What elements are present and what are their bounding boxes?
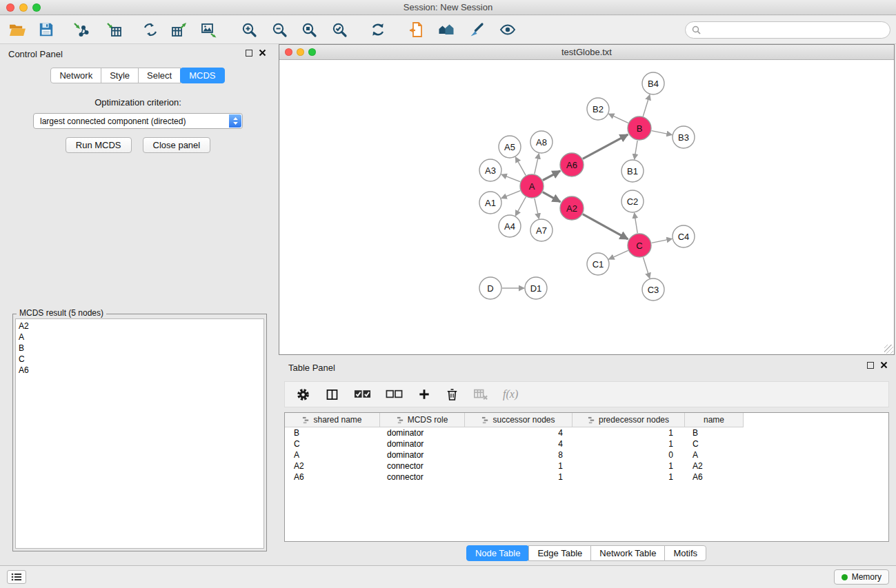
column-header-name[interactable]: name <box>685 413 744 427</box>
trash-icon[interactable] <box>446 388 459 401</box>
tab-network[interactable]: Network <box>50 68 101 83</box>
table-cell: 1 <box>573 472 685 482</box>
zoom-button[interactable] <box>32 3 41 12</box>
control-panel: Control Panel Network Style Select MCDS … <box>3 45 273 564</box>
save-session-icon[interactable] <box>37 21 55 39</box>
table-cell: dominator <box>380 450 465 460</box>
column-header-shared-name[interactable]: shared name <box>285 413 380 427</box>
zoom-in-icon[interactable] <box>240 21 258 39</box>
table-cell: 0 <box>573 450 685 460</box>
criterion-select[interactable]: largest connected component (directed) <box>33 113 243 129</box>
column-header-mcds-role[interactable]: MCDS role <box>380 413 465 427</box>
resize-grip[interactable] <box>884 345 893 354</box>
network-canvas[interactable]: AA1A2A3A4A5A6A7A8BB1B2B3B4CC1C2C3C4DD1 <box>279 60 894 354</box>
float-panel-icon[interactable] <box>246 50 252 57</box>
graph-edge-C-C3[interactable] <box>643 257 650 278</box>
select-all-icon[interactable] <box>354 389 371 400</box>
zoom-selected-icon[interactable] <box>330 21 348 39</box>
network-close-button[interactable] <box>285 48 292 56</box>
table-row[interactable]: Bdominator41B <box>285 427 888 438</box>
float-table-panel-icon[interactable] <box>867 362 874 369</box>
export-image-icon[interactable] <box>200 21 218 39</box>
graph-edge-C-C1[interactable] <box>609 250 628 259</box>
graph-edge-A-A2[interactable] <box>543 192 561 202</box>
network-traffic-lights <box>285 48 316 56</box>
column-header-successor-nodes[interactable]: successor nodes <box>465 413 573 427</box>
tab-node-table[interactable]: Node Table <box>466 545 530 561</box>
zoom-fit-icon[interactable] <box>300 21 318 39</box>
minimize-button[interactable] <box>19 3 28 12</box>
gear-icon[interactable] <box>296 387 310 402</box>
mcds-result-item[interactable]: C <box>19 354 263 365</box>
graph-edge-B-B3[interactable] <box>652 131 673 135</box>
mcds-result-item[interactable]: A <box>19 332 263 343</box>
graph-edge-A-A5[interactable] <box>515 157 526 175</box>
graph-edge-A-A7[interactable] <box>535 199 539 219</box>
column-header-predecessor-nodes[interactable]: predecessor nodes <box>573 413 685 427</box>
control-panel-title: Control Panel <box>8 49 63 59</box>
home-icon[interactable] <box>437 21 455 39</box>
run-mcds-button[interactable]: Run MCDS <box>66 137 132 153</box>
table-cell: A2 <box>285 461 380 471</box>
close-panel-button[interactable]: Close panel <box>143 137 211 153</box>
deselect-all-icon[interactable] <box>386 389 403 400</box>
show-hide-icon[interactable] <box>499 21 517 39</box>
memory-button[interactable]: Memory <box>834 569 889 585</box>
task-history-button[interactable] <box>7 570 26 584</box>
table-cell: A <box>685 450 744 460</box>
import-network-file-icon[interactable] <box>72 21 90 39</box>
table-cell: B <box>285 428 380 438</box>
graph-node-label: C1 <box>593 259 604 270</box>
table-row[interactable]: A6connector11A6 <box>285 472 888 483</box>
network-zoom-button[interactable] <box>308 48 316 56</box>
mcds-result-box: MCDS result (5 nodes) A2ABCA6 <box>12 314 267 551</box>
import-table-file-icon[interactable] <box>105 21 123 39</box>
graph-edge-A-A4[interactable] <box>515 197 526 216</box>
close-table-panel-icon[interactable] <box>880 361 888 369</box>
search-input[interactable] <box>701 23 890 37</box>
copy-view-icon[interactable] <box>408 21 426 39</box>
search-box[interactable] <box>685 21 890 39</box>
graph-node-label: B3 <box>678 132 689 143</box>
network-minimize-button[interactable] <box>297 48 304 56</box>
graph-edge-B-B1[interactable] <box>635 141 637 159</box>
tab-edge-table[interactable]: Edge Table <box>528 545 591 561</box>
graph-edge-C-C2[interactable] <box>635 213 638 233</box>
graph-edge-C-C4[interactable] <box>652 239 673 243</box>
network-window-titlebar: testGlobe.txt <box>279 45 894 60</box>
export-table-icon[interactable] <box>170 21 188 39</box>
table-panel: Table Panel <box>279 358 895 565</box>
tab-select[interactable]: Select <box>138 68 181 83</box>
apply-preferred-layout-icon[interactable] <box>369 21 387 39</box>
function-builder-icon[interactable]: f(x) <box>503 388 518 401</box>
graph-edge-A-A6[interactable] <box>543 171 560 181</box>
graph-edge-B-B4[interactable] <box>643 94 650 116</box>
graph-edge-A6-B[interactable] <box>583 134 628 159</box>
graph-edge-A2-C[interactable] <box>583 214 628 239</box>
close-panel-icon[interactable] <box>259 49 266 57</box>
mcds-result-item[interactable]: A2 <box>19 321 263 332</box>
graph-edge-A-A1[interactable] <box>501 191 521 199</box>
column-icon[interactable] <box>325 387 339 402</box>
table-row[interactable]: A2connector11A2 <box>285 460 888 472</box>
mcds-result-item[interactable]: B <box>19 343 263 354</box>
mcds-result-list[interactable]: A2ABCA6 <box>15 318 264 549</box>
export-network-icon[interactable] <box>141 21 159 39</box>
add-icon[interactable] <box>417 387 431 401</box>
style-brush-icon[interactable] <box>468 21 486 39</box>
column-type-icon <box>397 416 404 424</box>
graph-edge-A-A3[interactable] <box>501 174 520 181</box>
table-row[interactable]: Adominator80A <box>285 449 888 460</box>
mcds-result-item[interactable]: A6 <box>19 365 263 376</box>
delete-table-icon[interactable] <box>473 387 488 402</box>
tab-motifs[interactable]: Motifs <box>664 545 706 561</box>
tab-style[interactable]: Style <box>101 68 139 83</box>
tab-network-table[interactable]: Network Table <box>590 545 665 561</box>
zoom-out-icon[interactable] <box>270 21 288 39</box>
graph-edge-A-A8[interactable] <box>535 154 539 174</box>
tab-mcds[interactable]: MCDS <box>180 68 224 83</box>
close-button[interactable] <box>6 3 14 12</box>
table-row[interactable]: Cdominator41C <box>285 438 888 449</box>
open-session-icon[interactable] <box>8 21 26 39</box>
graph-edge-B-B2[interactable] <box>608 114 628 123</box>
